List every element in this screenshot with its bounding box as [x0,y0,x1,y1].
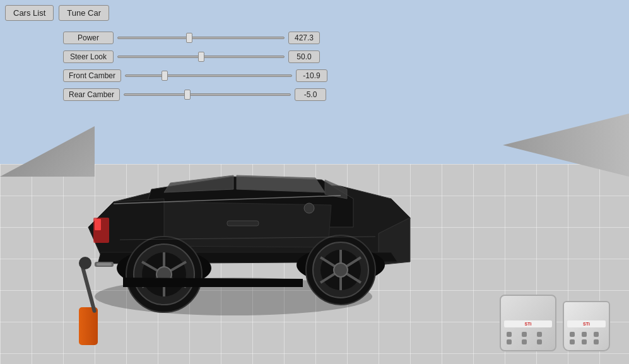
pedal-dot [570,332,575,337]
front-camber-value: -10.9 [296,69,327,82]
power-label: Power [63,32,114,44]
rear-camber-slider-row: Rear Camber -5.0 [63,88,327,101]
steer-label: Steer Look [63,50,114,63]
left-pedal: STi [500,295,556,351]
pedal-dot [594,339,599,344]
pedal-dot [537,339,542,344]
pedal-dot [522,332,527,337]
pedal-dot [594,332,599,337]
pedal-dot [582,339,587,344]
steer-slider[interactable] [117,56,285,58]
right-pedal: STi [563,301,610,351]
pedal-dot [507,339,512,344]
cars-list-button[interactable]: Cars List [5,5,54,21]
pedal-dot [522,339,527,344]
front-camber-slider[interactable] [125,74,292,77]
power-slider-row: Power 427.3 [63,32,327,44]
power-slider[interactable] [117,37,285,39]
pedal-dot [507,332,512,337]
steer-slider-row: Steer Look 50.0 [63,50,327,63]
pedal-dot [537,332,542,337]
steer-value: 50.0 [288,50,320,63]
rear-camber-slider[interactable] [124,93,291,96]
right-pedal-brand: STi [567,320,606,327]
power-value: 427.3 [288,32,320,44]
right-pedal-dots [567,329,606,347]
front-camber-label: Front Camber [63,69,121,82]
top-buttons: Cars List Tune Car [5,5,109,21]
left-pedal-brand: STi [504,320,552,327]
pedal-dot [570,339,575,344]
sliders-panel: Power 427.3 Steer Look 50.0 Front Camber… [63,32,327,101]
left-pedal-dots [504,329,552,347]
pedals-container: STi STi [500,295,610,351]
rear-camber-value: -5.0 [295,88,326,101]
pedal-dot [582,332,587,337]
tune-car-button[interactable]: Tune Car [59,5,109,21]
rear-camber-label: Rear Camber [63,88,120,101]
front-camber-slider-row: Front Camber -10.9 [63,69,327,82]
